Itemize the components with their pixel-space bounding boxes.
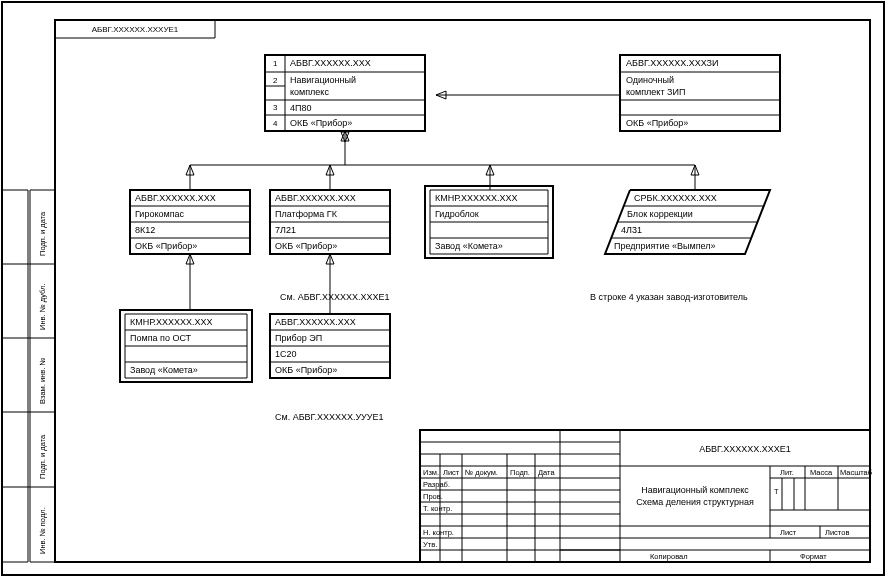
svg-text:Платформа ГК: Платформа ГК (275, 209, 338, 219)
svg-text:Подп. и дата: Подп. и дата (38, 211, 47, 256)
svg-rect-16 (2, 190, 28, 562)
svg-text:АБВГ.ХХХХХХ.ХХХ: АБВГ.ХХХХХХ.ХХХ (135, 193, 216, 203)
platform-box: АБВГ.ХХХХХХ.ХХХ Платформа ГК 7Л21 ОКБ «П… (270, 190, 390, 254)
svg-text:Лист: Лист (443, 468, 460, 477)
svg-text:Инв. № дубл.: Инв. № дубл. (38, 284, 47, 330)
correction-box: СРБК.ХХХХХХ.ХХХ Блок коррекции 4Л31 Пред… (605, 190, 770, 254)
svg-text:ОКБ «Прибор»: ОКБ «Прибор» (290, 118, 352, 128)
zip-box: АБВГ.ХХХХХХ.ХХХЗИ Одиночный комплект ЗИП… (620, 55, 780, 131)
ep-box: АБВГ.ХХХХХХ.ХХХ Прибор ЭП 1С20 ОКБ «Приб… (270, 314, 390, 378)
svg-text:Дата: Дата (538, 468, 555, 477)
svg-text:ОКБ «Прибор»: ОКБ «Прибор» (275, 241, 337, 251)
svg-text:Одиночный: Одиночный (626, 75, 674, 85)
svg-text:Листов: Листов (825, 528, 849, 537)
svg-text:Подп.: Подп. (510, 468, 530, 477)
svg-text:АБВГ.ХХХХХХ.ХХХ: АБВГ.ХХХХХХ.ХХХ (290, 58, 371, 68)
svg-text:Т. контр.: Т. контр. (423, 504, 452, 513)
svg-text:Лит.: Лит. (780, 468, 794, 477)
svg-text:Изм.: Изм. (423, 468, 439, 477)
svg-text:3: 3 (273, 103, 278, 112)
svg-text:ОКБ «Прибор»: ОКБ «Прибор» (626, 118, 688, 128)
svg-text:Помпа по ОСТ: Помпа по ОСТ (130, 333, 192, 343)
svg-text:Предприятие «Вымпел»: Предприятие «Вымпел» (614, 241, 715, 251)
corner-code: АБВГ.ХХХХХХ.ХХХУЕ1 (92, 25, 179, 34)
svg-text:4П80: 4П80 (290, 103, 312, 113)
svg-text:2: 2 (273, 76, 278, 85)
svg-text:Завод «Комета»: Завод «Комета» (130, 365, 198, 375)
svg-rect-0 (2, 2, 884, 575)
svg-text:Схема деления структурная: Схема деления структурная (636, 497, 754, 507)
svg-text:Лист: Лист (780, 528, 797, 537)
svg-text:Пров.: Пров. (423, 492, 443, 501)
svg-text:Т: Т (774, 487, 779, 496)
svg-text:ОКБ «Прибор»: ОКБ «Прибор» (135, 241, 197, 251)
correction-note: В строке 4 указан завод-изготовитель (590, 292, 748, 302)
svg-text:1: 1 (273, 59, 278, 68)
svg-text:Гирокомпас: Гирокомпас (135, 209, 185, 219)
ep-note: См. АБВГ.ХХХХХХ.УУУЕ1 (275, 412, 384, 422)
svg-text:АБВГ.ХХХХХХ.ХХХЕ1: АБВГ.ХХХХХХ.ХХХЕ1 (699, 444, 791, 454)
svg-text:Гидроблок: Гидроблок (435, 209, 479, 219)
svg-text:Завод «Комета»: Завод «Комета» (435, 241, 503, 251)
svg-text:1С20: 1С20 (275, 349, 297, 359)
side-stamp: Подп. и дата Инв. № дубл. Взам. инв. № П… (38, 211, 47, 554)
svg-text:Навигационный комплекс: Навигационный комплекс (641, 485, 749, 495)
svg-text:8К12: 8К12 (135, 225, 155, 235)
pump-box: КМНР.ХХХХХХ.ХХХ Помпа по ОСТ Завод «Коме… (120, 310, 252, 382)
svg-text:СРБК.ХХХХХХ.ХХХ: СРБК.ХХХХХХ.ХХХ (634, 193, 717, 203)
root-box: 1 2 3 4 АБВГ.ХХХХХХ.ХХХ Навигационный ко… (265, 55, 425, 131)
svg-text:АБВГ.ХХХХХХ.ХХХЗИ: АБВГ.ХХХХХХ.ХХХЗИ (626, 58, 718, 68)
svg-text:ОКБ «Прибор»: ОКБ «Прибор» (275, 365, 337, 375)
svg-text:Блок коррекции: Блок коррекции (627, 209, 693, 219)
svg-text:комплект ЗИП: комплект ЗИП (626, 87, 685, 97)
svg-text:4Л31: 4Л31 (621, 225, 642, 235)
svg-text:Утв.: Утв. (423, 540, 437, 549)
svg-text:7Л21: 7Л21 (275, 225, 296, 235)
svg-text:Копировал: Копировал (650, 552, 688, 561)
svg-text:Масштаб: Масштаб (840, 468, 872, 477)
svg-text:Формат: Формат (800, 552, 827, 561)
svg-text:АБВГ.ХХХХХХ.ХХХ: АБВГ.ХХХХХХ.ХХХ (275, 317, 356, 327)
svg-text:Подп. и дата: Подп. и дата (38, 434, 47, 479)
svg-text:КМНР.ХХХХХХ.ХХХ: КМНР.ХХХХХХ.ХХХ (130, 317, 213, 327)
svg-text:Инв. № подл.: Инв. № подл. (38, 507, 47, 554)
svg-text:Н. контр.: Н. контр. (423, 528, 454, 537)
svg-text:КМНР.ХХХХХХ.ХХХ: КМНР.ХХХХХХ.ХХХ (435, 193, 518, 203)
svg-text:Взам. инв. №: Взам. инв. № (38, 358, 47, 404)
title-block: Изм. Лист № докум. Подп. Дата Разраб. Пр… (420, 430, 872, 562)
svg-text:Разраб.: Разраб. (423, 480, 450, 489)
svg-text:Масса: Масса (810, 468, 833, 477)
svg-text:Навигационный: Навигационный (290, 75, 356, 85)
hydroblok-box: КМНР.ХХХХХХ.ХХХ Гидроблок Завод «Комета» (425, 186, 553, 258)
gyro-box: АБВГ.ХХХХХХ.ХХХ Гирокомпас 8К12 ОКБ «При… (130, 190, 250, 254)
svg-text:Прибор ЭП: Прибор ЭП (275, 333, 322, 343)
svg-text:4: 4 (273, 119, 278, 128)
platform-note: См. АБВГ.ХХХХХХ.ХХХЕ1 (280, 292, 389, 302)
svg-text:комплекс: комплекс (290, 87, 329, 97)
svg-text:АБВГ.ХХХХХХ.ХХХ: АБВГ.ХХХХХХ.ХХХ (275, 193, 356, 203)
svg-text:№ докум.: № докум. (465, 468, 498, 477)
svg-rect-100 (420, 430, 870, 562)
